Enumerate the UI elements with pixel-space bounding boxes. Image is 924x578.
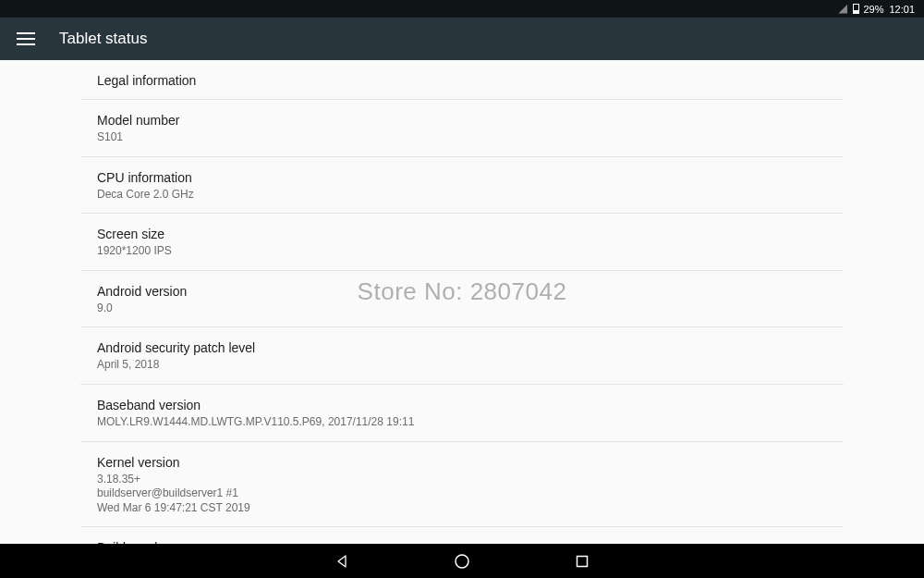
item-build-number[interactable]: Build number S101_vNF01000J_20190306 [80,527,844,544]
page-title: Tablet status [59,30,147,48]
app-bar: Tablet status [0,18,924,60]
item-title: Android version [97,284,827,299]
item-baseband-version[interactable]: Baseband version MOLY.LR9.W1444.MD.LWTG.… [80,385,844,442]
battery-percent: 29% [863,4,883,15]
item-subtitle: April 5, 2018 [97,358,827,373]
item-title: Screen size [97,227,827,241]
item-subtitle: MOLY.LR9.W1444.MD.LWTG.MP.V110.5.P69, 20… [97,415,827,430]
item-title: Android security patch level [97,340,827,355]
clock: 12:01 [889,4,915,15]
item-legal-information[interactable]: Legal information [80,69,844,100]
item-subtitle: 1920*1200 IPS [97,244,827,259]
item-subtitle: 3.18.35+ buildserver@buildserver1 #1 Wed… [97,473,827,516]
item-subtitle: S101 [97,130,827,145]
home-button[interactable] [453,552,471,571]
navigation-bar [0,544,924,578]
battery-indicator: 29% [853,4,883,15]
item-title: CPU information [97,170,827,185]
item-kernel-version[interactable]: Kernel version 3.18.35+ buildserver@buil… [80,442,844,528]
item-title: Kernel version [97,455,827,470]
item-screen-size[interactable]: Screen size 1920*1200 IPS [80,214,844,271]
status-bar: 29% 12:01 [0,0,924,18]
no-sim-icon [838,5,847,14]
item-title: Model number [97,113,827,128]
menu-icon[interactable] [17,32,35,45]
content-scroll[interactable]: Legal information Model number S101 CPU … [0,60,924,544]
settings-list: Legal information Model number S101 CPU … [80,60,844,544]
recent-apps-button[interactable] [573,552,591,571]
item-model-number[interactable]: Model number S101 [80,100,844,157]
item-subtitle: 9.0 [97,301,827,316]
back-button[interactable] [333,552,351,571]
svg-point-0 [456,555,468,568]
item-android-version[interactable]: Android version 9.0 [80,271,844,328]
item-cpu-information[interactable]: CPU information Deca Core 2.0 GHz [80,157,844,215]
item-security-patch[interactable]: Android security patch level April 5, 20… [80,327,844,385]
svg-rect-1 [578,556,588,566]
item-title: Legal information [97,73,827,88]
item-title: Baseband version [97,398,827,412]
battery-icon [853,4,859,14]
item-subtitle: Deca Core 2.0 GHz [97,188,827,203]
